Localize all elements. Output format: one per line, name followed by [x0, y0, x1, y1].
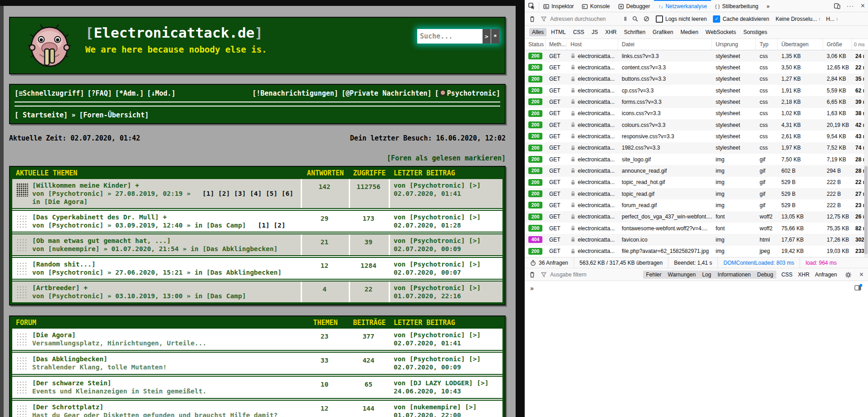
tab-network[interactable]: ↑↓ Netzwerkanalyse — [654, 0, 711, 12]
clear-console-button[interactable] — [527, 272, 538, 278]
forum-title[interactable]: [Das Abklingbecken] — [32, 355, 167, 363]
column-status[interactable]: Status — [525, 39, 546, 50]
request-row[interactable]: 200 GET electronicatta... announce_read.… — [525, 165, 868, 176]
request-row[interactable]: 200 GET electronicatta... topic_read_hot… — [525, 177, 868, 188]
forum-title[interactable]: [Der schwarze Stein] — [32, 379, 206, 387]
column-cause[interactable]: Ursprung — [712, 39, 756, 50]
request-row[interactable]: 200 GET electronicatta... links.css?v=3.… — [525, 50, 868, 62]
request-row[interactable]: 200 GET electronicatta... icons.css?v=3.… — [525, 108, 868, 119]
har-select[interactable]: H... ↕ — [824, 16, 841, 22]
request-row[interactable]: 200 GET electronicatta... content.css?v=… — [525, 62, 868, 73]
last-post-author-link[interactable]: von [DJ LAZY LODGER] [>] — [394, 379, 501, 387]
column-transferred[interactable]: Übertragen — [778, 39, 823, 50]
last-post-author-link[interactable]: von [Psychotronic] [>] — [394, 284, 501, 292]
type-filter[interactable]: CSS — [571, 28, 587, 36]
request-row[interactable]: 200 GET electronicatta... topic_read.gif… — [525, 188, 868, 199]
topic-forum-link[interactable]: in [Die Agora] — [32, 198, 293, 206]
url-filter-input[interactable] — [549, 15, 612, 23]
forum-title[interactable]: [Die Agora] — [32, 331, 206, 339]
nav-link[interactable]: [!Benachrichtigungen] — [252, 89, 338, 97]
request-row[interactable]: 200 GET electronicatta... perfect_dos_vg… — [525, 211, 868, 223]
type-filter[interactable]: HTML — [548, 28, 569, 36]
request-row[interactable]: 200 GET electronicatta... cp.css?v=3.3 s… — [525, 85, 868, 96]
topic-meta[interactable]: von [nukemempire] » 01.07.2020, 21:54 » … — [32, 245, 278, 252]
console-category-filter[interactable]: XHR — [795, 271, 812, 279]
topic-title[interactable]: [Willkommen meine Kinder] + — [32, 181, 293, 189]
column-method[interactable]: Meth... — [546, 39, 567, 50]
tab-console[interactable]: Konsole — [578, 0, 614, 12]
last-post-author-link[interactable]: von [nukemempire] [>] — [394, 403, 501, 411]
topic-title[interactable]: [Random shit...] — [32, 260, 282, 268]
request-row[interactable]: 200 GET electronicatta... colours.css?v=… — [525, 119, 868, 131]
nav-link[interactable]: [*Adm.] — [115, 89, 144, 97]
type-filter[interactable]: WebSockets — [703, 28, 739, 36]
user-menu-link[interactable]: [Psychotronic] — [435, 89, 500, 97]
type-filter[interactable]: Alles — [529, 28, 546, 36]
clear-requests-button[interactable] — [527, 16, 538, 22]
nav-link[interactable]: [?FAQ] — [88, 89, 112, 97]
requests-count-summary[interactable]: 36 Anfragen — [525, 257, 574, 268]
search-input[interactable] — [417, 29, 483, 44]
console-level-filter[interactable]: Warnungen — [665, 271, 699, 279]
devtools-menu-button[interactable]: ··· — [844, 2, 858, 10]
topic-meta[interactable]: von [Psychotronic] » 27.08.2019, 02:19 » — [32, 190, 190, 197]
column-size[interactable]: Größe — [823, 39, 852, 50]
devtools-close-button[interactable]: × — [858, 2, 868, 10]
tab-debugger[interactable]: Debugger — [614, 0, 654, 12]
console-output-area[interactable]: » — [525, 281, 868, 417]
column-timeline[interactable]: 0 ms — [852, 39, 868, 50]
column-host[interactable]: Host — [567, 39, 618, 50]
scrollbar-thumb[interactable] — [864, 166, 868, 254]
request-row[interactable]: 200 GET electronicatta... 1982.css?v=3.3… — [525, 142, 868, 154]
column-file[interactable]: Datei — [618, 39, 712, 50]
type-filter[interactable]: Grafiken — [650, 28, 676, 36]
disable-cache-checkbox[interactable]: ✓ Cache deaktivieren — [710, 15, 772, 23]
request-row[interactable]: 200 GET electronicatta... responsive.css… — [525, 131, 868, 142]
pause-recording-button[interactable]: ‖ — [621, 16, 629, 22]
last-post-author-link[interactable]: von [Psychotronic] [>] — [394, 213, 501, 221]
node-picker-button[interactable] — [525, 0, 539, 12]
search-advanced-button[interactable]: * — [491, 29, 499, 44]
last-post-author-link[interactable]: von [Psychotronic] [>] — [394, 260, 501, 268]
type-filter[interactable]: JS — [589, 28, 600, 36]
request-row[interactable]: 200 GET electronicatta... forum_read.gif… — [525, 199, 868, 211]
responsive-mode-button[interactable] — [831, 3, 844, 9]
console-sidebar-toggle-button[interactable] — [854, 284, 863, 292]
last-post-author-link[interactable]: von [Psychotronic] [>] — [394, 237, 501, 245]
forum-title[interactable]: [Der Schrottplatz] — [32, 403, 278, 411]
topic-title[interactable]: [Das Cyperkabinett des Dr. Mull] + — [32, 213, 286, 221]
console-settings-button[interactable] — [842, 272, 854, 278]
column-type[interactable]: Typ — [756, 39, 778, 50]
type-filter[interactable]: XHR — [602, 28, 619, 36]
console-category-filter[interactable]: Anfragen — [812, 271, 840, 279]
mole-rat-logo[interactable] — [25, 22, 73, 69]
console-close-button[interactable]: × — [857, 271, 866, 279]
tab-more[interactable]: » — [762, 0, 774, 12]
topic-meta[interactable]: von [Psychotronic] » 03.10.2019, 13:00 »… — [32, 292, 246, 300]
topic-title[interactable]: [Artbreeder] + — [32, 284, 246, 292]
mark-forums-read-link[interactable]: [Foren als gelesen markieren] — [387, 154, 506, 162]
console-filter-input[interactable] — [549, 271, 603, 278]
last-post-author-link[interactable]: von [Psychotronic] [>] — [394, 181, 501, 189]
topic-meta[interactable]: von [Psychotronic] » 03.09.2019, 12:40 »… — [32, 222, 246, 229]
nav-link[interactable]: [≡Schnellzugriff] — [15, 89, 84, 97]
type-filter[interactable]: Schriften — [621, 28, 648, 36]
last-post-author-link[interactable]: von [Psychotronic] [>] — [394, 355, 501, 363]
console-category-filter[interactable]: CSS — [779, 271, 795, 279]
nav-link[interactable]: [↓Mod.] — [147, 89, 176, 97]
tab-style-editor[interactable]: { } Stilbearbeitung — [711, 0, 762, 12]
console-level-filter[interactable]: Debug — [754, 271, 776, 279]
block-requests-button[interactable] — [641, 16, 652, 22]
tab-inspector[interactable]: Inspektor — [539, 0, 578, 12]
throttling-select[interactable]: Keine Drosselu... ↕ — [773, 16, 823, 22]
topic-pagination[interactable]: [1] [2] [3] [4] [5] [6] — [202, 190, 293, 197]
console-level-filter[interactable]: Informationen — [714, 271, 754, 279]
console-level-filter[interactable]: Log — [699, 271, 714, 279]
request-row[interactable]: 200 GET electronicatta... forms.css?v=3.… — [525, 96, 868, 107]
request-row[interactable]: 404 GET electronicatta... favicon.ico im… — [525, 234, 868, 245]
breadcrumb-current[interactable]: [Foren-Übersicht] — [79, 111, 149, 119]
topic-pagination[interactable]: [1] [2] — [258, 222, 285, 229]
type-filter[interactable]: Medien — [678, 28, 701, 36]
topic-meta[interactable]: von [Psychotronic] » 27.06.2020, 15:21 »… — [32, 269, 282, 276]
search-submit-button[interactable]: > — [483, 29, 491, 44]
